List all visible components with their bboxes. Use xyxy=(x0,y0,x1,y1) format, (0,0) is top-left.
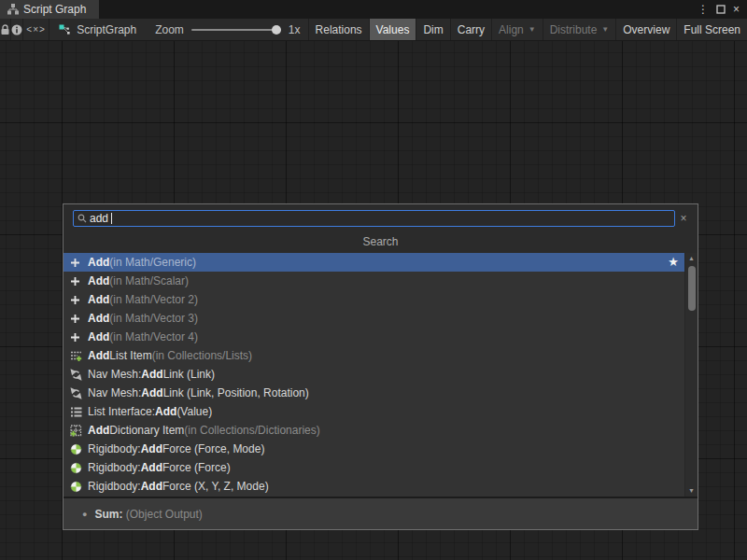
finder-row[interactable]: Nav Mesh: Add Link (Link, Position, Rota… xyxy=(63,384,698,402)
row-text-normal: Nav Mesh: xyxy=(88,384,141,402)
scroll-down-icon[interactable]: ▼ xyxy=(688,485,695,497)
scroll-up-icon[interactable]: ▲ xyxy=(688,253,695,264)
row-text-dim: (in Math/Vector 2) xyxy=(109,290,198,309)
toolbar-button-relations[interactable]: Relations xyxy=(308,19,369,40)
finder-row[interactable]: Add (in Math/Vector 4) xyxy=(63,328,698,346)
finder-row[interactable]: List Interface: Add (Value) xyxy=(63,402,698,421)
output-port-dot-icon: ● xyxy=(82,510,87,519)
unity-window: Script Graph ⋮ × <×> ScriptGraph Zoom 1x… xyxy=(0,0,747,560)
plus-icon xyxy=(70,332,85,343)
toolbar-button-carry[interactable]: Carry xyxy=(450,19,491,40)
nav-mesh-icon xyxy=(70,369,85,381)
tab-bar: Script Graph ⋮ × xyxy=(0,0,747,19)
fuzzy-finder-dialog: add × Search Add (in Math/Generic)★Add (… xyxy=(63,203,698,530)
toolbar-button-values[interactable]: Values xyxy=(369,19,416,40)
row-text-bold: Add xyxy=(155,402,176,421)
row-text-bold: Add xyxy=(88,346,109,365)
search-row: add × xyxy=(63,204,698,232)
info-icon[interactable] xyxy=(11,19,23,40)
row-text-bold: Add xyxy=(88,328,109,346)
toolbar-button-dim[interactable]: Dim xyxy=(416,19,449,40)
scrollbar[interactable]: ▲ ▼ xyxy=(684,253,698,497)
plus-icon xyxy=(70,258,85,268)
row-text-dim: (in Math/Vector 3) xyxy=(109,309,198,328)
maximize-icon[interactable] xyxy=(716,5,726,14)
row-text-normal: Force (X, Y, Z, Mode) xyxy=(162,477,269,496)
finder-footer: ● Sum: (Object Output) xyxy=(63,497,698,529)
toolbar-button-align[interactable]: Align▼ xyxy=(491,19,543,40)
row-text-normal: Rigidbody: xyxy=(88,440,141,458)
zoom-value: 1x xyxy=(289,23,301,36)
nav-mesh-icon xyxy=(70,387,85,399)
results-list: Add (in Math/Generic)★Add (in Math/Scala… xyxy=(63,253,698,497)
row-text-dim: (in Collections/Dictionaries) xyxy=(184,421,319,440)
menu-icon[interactable]: ⋮ xyxy=(698,0,709,19)
zoom-control: Zoom 1x xyxy=(148,19,307,40)
rigidbody-icon xyxy=(70,462,85,474)
text-cursor xyxy=(111,213,112,224)
finder-row[interactable]: Add Dictionary Item (in Collections/Dict… xyxy=(63,421,698,440)
rigidbody-icon xyxy=(70,481,85,493)
finder-header: Search xyxy=(63,232,698,253)
tab-title: Script Graph xyxy=(23,3,86,16)
toolbar-button-full-screen[interactable]: Full Screen xyxy=(676,19,747,40)
toolbar-buttons: RelationsValuesDimCarryAlign▼Distribute▼… xyxy=(308,19,747,40)
row-text-normal: Nav Mesh: xyxy=(88,365,141,384)
tab-script-graph[interactable]: Script Graph xyxy=(0,0,99,19)
zoom-label: Zoom xyxy=(155,23,184,36)
row-text-normal: (Value) xyxy=(176,402,212,421)
zoom-slider[interactable] xyxy=(191,29,281,31)
row-text-bold: Add xyxy=(88,272,109,290)
chevron-down-icon: ▼ xyxy=(529,25,536,34)
plus-icon xyxy=(70,276,85,287)
row-text-dim: (in Math/Generic) xyxy=(109,253,196,272)
zoom-slider-handle[interactable] xyxy=(272,25,281,35)
scrollbar-thumb[interactable] xyxy=(688,266,696,311)
clear-search-icon[interactable]: × xyxy=(675,212,692,225)
row-text-normal: Dictionary Item xyxy=(109,421,184,440)
add-dictionary-item-icon xyxy=(70,425,85,437)
row-text-normal: Force (Force, Mode) xyxy=(162,440,264,458)
lock-icon[interactable] xyxy=(0,19,11,40)
row-text-bold: Add xyxy=(88,309,109,328)
graph-canvas[interactable]: add × Search Add (in Math/Generic)★Add (… xyxy=(0,41,747,560)
row-text-normal: Link (Link) xyxy=(163,365,215,384)
search-input[interactable]: add xyxy=(73,210,675,227)
finder-row[interactable]: Rigidbody: Add Force (X, Y, Z, Mode) xyxy=(63,477,698,496)
add-list-item-icon xyxy=(70,350,85,362)
finder-row[interactable]: Add (in Math/Scalar) xyxy=(63,272,698,290)
toolbar-button-distribute[interactable]: Distribute▼ xyxy=(543,19,616,40)
window-controls: ⋮ × xyxy=(698,0,747,19)
script-graph-icon xyxy=(59,24,71,35)
code-preview-icon[interactable]: <×> xyxy=(23,19,49,40)
row-text-bold: Add xyxy=(141,458,162,477)
footer-output-name: Sum: xyxy=(94,508,122,521)
row-text-bold: Add xyxy=(88,290,109,309)
row-text-normal: Force (Force) xyxy=(162,458,231,477)
finder-row[interactable]: Rigidbody: Add Force (Force) xyxy=(63,458,698,477)
plus-icon xyxy=(70,295,85,305)
row-text-normal: List Interface: xyxy=(88,402,155,421)
footer-output-type: (Object Output) xyxy=(126,508,203,521)
finder-row[interactable]: Nav Mesh: Add Link (Link) xyxy=(63,365,698,384)
toolbar: <×> ScriptGraph Zoom 1x RelationsValuesD… xyxy=(0,19,747,41)
plus-icon xyxy=(70,314,85,324)
finder-row[interactable]: Rigidbody: Add Force (Force, Mode) xyxy=(63,440,698,458)
graph-breadcrumb[interactable]: ScriptGraph xyxy=(49,19,148,40)
finder-row[interactable]: Add List Item (in Collections/Lists) xyxy=(63,346,698,365)
toolbar-button-overview[interactable]: Overview xyxy=(615,19,676,40)
row-text-bold: Add xyxy=(141,477,162,496)
graph-hierarchy-icon xyxy=(7,4,19,15)
finder-row[interactable]: Add (in Math/Generic)★ xyxy=(63,253,698,272)
finder-row[interactable]: Add (in Math/Vector 2) xyxy=(63,290,698,309)
close-icon[interactable]: × xyxy=(733,0,740,19)
favorite-star-icon[interactable]: ★ xyxy=(668,253,679,272)
row-text-dim: (in Collections/Lists) xyxy=(152,346,252,365)
search-value: add xyxy=(90,212,108,225)
row-text-dim: (in Math/Scalar) xyxy=(109,272,189,290)
row-text-normal: Link (Link, Position, Rotation) xyxy=(163,384,309,402)
finder-row[interactable]: Add (in Math/Vector 3) xyxy=(63,309,698,328)
search-icon xyxy=(78,214,87,223)
row-text-normal: Rigidbody: xyxy=(88,477,141,496)
row-text-bold: Add xyxy=(141,384,162,402)
